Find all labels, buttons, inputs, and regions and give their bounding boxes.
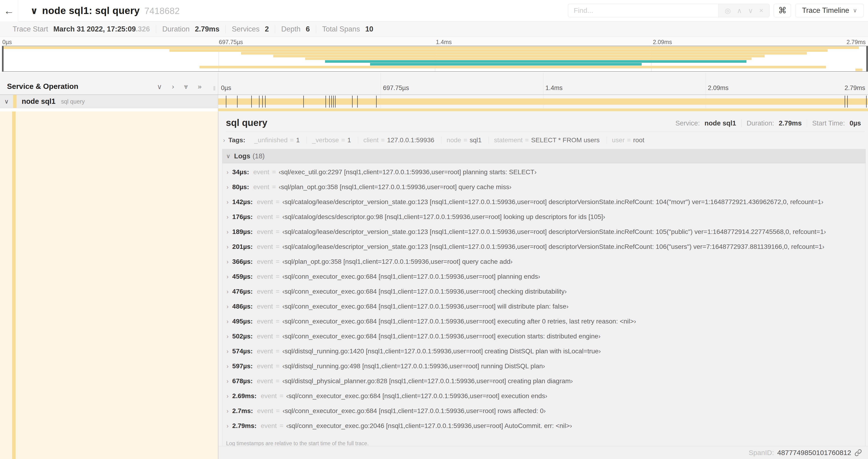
chevron-down-icon[interactable]: ∨ <box>748 6 753 15</box>
span-detail-row: sql query Service: node sql1 Duration: 2… <box>0 111 868 459</box>
trace-info-item: Trace Start March 31 2022, 17:25:09.326 <box>6 25 156 33</box>
find-input[interactable] <box>568 4 718 17</box>
column-resizer-grip[interactable]: ‖ <box>213 85 216 92</box>
tags-list: _unfinished=1 _verbose=1 client=127.0.0.… <box>249 136 649 144</box>
keyboard-shortcuts-button[interactable]: ⌘ <box>774 4 791 17</box>
chevron-right-icon: › <box>226 333 228 340</box>
log-entry[interactable]: › 678µs event = ‹sql/distsql_physical_pl… <box>225 378 865 392</box>
trace-info-label: Duration <box>162 25 189 33</box>
ruler-tick: 697.75µs <box>383 85 409 92</box>
top-bar-actions: ◎ ∧ ∨ × ⌘ Trace Timeline ∨ <box>568 4 864 17</box>
log-equals: = <box>276 407 280 415</box>
log-equals: = <box>276 362 280 370</box>
trace-info-value: 10 <box>365 25 373 33</box>
log-entry[interactable]: › 2.7ms event = ‹sql/conn_executor_exec.… <box>225 407 865 422</box>
log-entry[interactable]: › 142µs event = ‹sql/catalog/lease/descr… <box>225 198 865 213</box>
span-row-timeline-cell[interactable] <box>218 95 868 108</box>
log-timestamp: 2.69ms <box>232 392 256 400</box>
log-entry[interactable]: › 34µs event = ‹sql/exec_util.go:2297 [n… <box>225 168 865 183</box>
span-row[interactable]: ∨ node sql1 sql query <box>0 95 868 108</box>
collapse-one-icon[interactable]: ∨ <box>157 83 162 91</box>
log-equals: = <box>276 333 280 340</box>
log-message: ‹sql/distsql_physical_planner.go:828 [ns… <box>282 378 573 385</box>
log-entry[interactable]: › 486µs event = ‹sql/conn_executor_exec.… <box>225 303 865 318</box>
log-entry[interactable]: › 176µs event = ‹sql/catalog/descs/descr… <box>225 213 865 228</box>
log-entry[interactable]: › 80µs event = ‹sql/plan_opt.go:358 [nsq… <box>225 183 865 198</box>
log-entry[interactable]: › 2.69ms event = ‹sql/conn_executor_exec… <box>225 392 865 407</box>
chevron-up-icon[interactable]: ∧ <box>737 6 742 15</box>
tag-value: 127.0.0.1:59936 <box>387 136 434 144</box>
log-field-name: event <box>257 198 273 206</box>
log-event-marker <box>333 96 334 107</box>
log-entry[interactable]: › 495µs event = ‹sql/conn_executor_exec.… <box>225 318 865 333</box>
log-event-marker <box>329 96 330 107</box>
trace-info-value: 2 <box>265 25 269 33</box>
tag-value: SELECT * FROM users <box>531 136 600 144</box>
chevron-right-icon: › <box>226 378 228 385</box>
log-event-marker <box>845 96 845 107</box>
chevron-right-icon: › <box>226 363 228 370</box>
chevron-right-icon: › <box>226 229 228 235</box>
log-message: ‹sql/conn_executor_exec.go:684 [nsql1,cl… <box>282 333 600 340</box>
span-detail-header: sql query Service: node sql1 Duration: 2… <box>218 111 868 132</box>
log-timestamp: 2.7ms <box>232 407 253 415</box>
link-icon[interactable] <box>855 449 862 456</box>
minimap-tick: 1.4ms <box>436 39 452 45</box>
log-timestamp: 176µs <box>232 213 253 221</box>
tag-equals: = <box>463 136 467 144</box>
trace-collapse-chevron-icon[interactable]: ∨ <box>30 5 38 16</box>
chevron-down-icon[interactable]: ∨ <box>0 98 13 105</box>
expand-one-icon[interactable]: › <box>172 83 174 91</box>
log-equals: = <box>276 273 280 280</box>
log-timestamp: 678µs <box>232 378 253 385</box>
log-entry[interactable]: › 597µs event = ‹sql/distsql_running.go:… <box>225 362 865 378</box>
log-timestamp: 476µs <box>232 288 253 295</box>
span-meta-value: 2.79ms <box>779 120 802 127</box>
log-equals: = <box>276 288 280 295</box>
log-field-name: event <box>257 348 273 355</box>
log-entry[interactable]: › 201µs event = ‹sql/catalog/lease/descr… <box>225 243 865 258</box>
minimap-right-handle[interactable] <box>866 46 868 71</box>
timeline-header-row: Service & Operation ∨ › ⩔ » ‖ 0µs 697.75… <box>0 73 868 95</box>
tag-equals: = <box>525 136 529 144</box>
tag-key: node <box>446 136 461 144</box>
target-icon[interactable]: ◎ <box>725 6 731 15</box>
log-equals: = <box>276 228 280 236</box>
log-entry[interactable]: › 189µs event = ‹sql/catalog/lease/descr… <box>225 228 865 243</box>
trace-info-label: Services <box>232 25 259 33</box>
log-entry[interactable]: › 366µs event = ‹sql/plan_opt.go:358 [ns… <box>225 258 865 273</box>
chevron-right-icon: › <box>226 393 228 399</box>
logs-header[interactable]: ∨ Logs (18) <box>222 149 865 163</box>
span-row-name-cell[interactable]: ∨ node sql1 sql query <box>0 95 218 108</box>
collapse-all-icon[interactable]: ⩔ <box>184 83 188 91</box>
trace-timeline-page: ← ∨ node sql1: sql query7418682 ◎ ∧ ∨ × … <box>0 0 868 459</box>
tag-equals: = <box>627 136 631 144</box>
tag-item: user=root <box>607 136 650 144</box>
minimap-span-bar <box>199 66 826 68</box>
minimap-left-handle[interactable] <box>2 46 3 71</box>
chevron-right-icon: › <box>226 288 228 295</box>
back-button[interactable]: ← <box>0 0 18 22</box>
ruler-gridline <box>380 73 381 94</box>
log-event-marker <box>335 96 336 107</box>
chevron-right-icon: › <box>226 214 228 220</box>
span-duration-bar[interactable] <box>218 98 868 105</box>
log-message: ‹sql/conn_executor_exec.go:684 [nsql1,cl… <box>282 318 636 325</box>
view-selector-button[interactable]: Trace Timeline ∨ <box>795 4 864 17</box>
chevron-down-icon: ∨ <box>226 153 230 160</box>
clear-icon[interactable]: × <box>759 6 764 14</box>
child-span-strip-row <box>0 108 868 111</box>
log-entry[interactable]: › 2.79ms event = ‹sql/conn_executor_exec… <box>225 422 865 437</box>
minimap-canvas[interactable] <box>2 46 868 72</box>
log-entry[interactable]: › 476µs event = ‹sql/conn_executor_exec.… <box>225 288 865 303</box>
expand-all-icon[interactable]: » <box>198 83 202 91</box>
log-equals: = <box>280 392 283 400</box>
log-entry[interactable]: › 502µs event = ‹sql/conn_executor_exec.… <box>225 333 865 348</box>
tags-row[interactable]: › Tags: _unfinished=1 _verbose=1 c <box>218 132 868 148</box>
log-timestamp: 502µs <box>232 333 253 340</box>
tag-value: 1 <box>296 136 300 144</box>
log-entry[interactable]: › 459µs event = ‹sql/conn_executor_exec.… <box>225 273 865 288</box>
span-id-value: 4877749850101760812 <box>777 449 851 457</box>
log-entry[interactable]: › 574µs event = ‹sql/distsql_running.go:… <box>225 348 865 362</box>
log-event-marker <box>259 96 259 107</box>
